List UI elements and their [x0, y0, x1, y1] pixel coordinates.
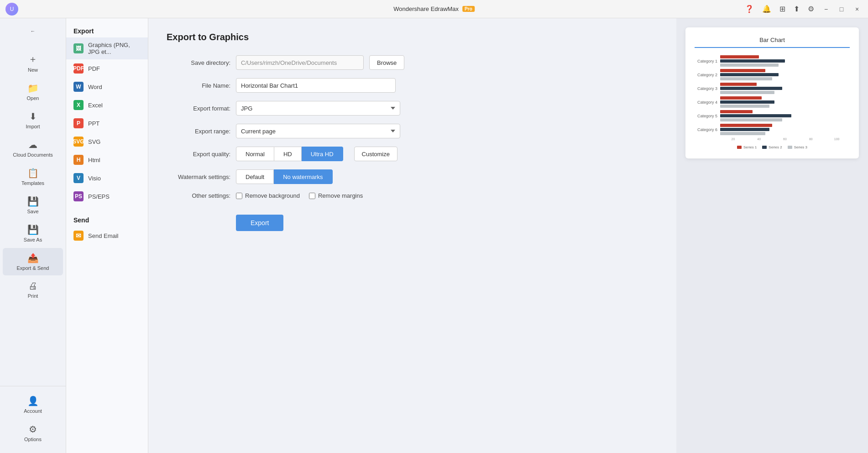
- notification-icon[interactable]: 🔔: [760, 3, 773, 15]
- checkbox-remove-background[interactable]: Remove background: [236, 192, 300, 199]
- sidebar-item-export-send[interactable]: 📤 Export & Send: [3, 248, 63, 275]
- legend-item-3: Series 3: [788, 145, 807, 149]
- checkbox-remove-margins[interactable]: Remove margins: [309, 192, 363, 199]
- sidebar-item-open[interactable]: 📁 Open: [3, 78, 63, 105]
- export-item-word[interactable]: W Word: [66, 78, 148, 96]
- bar-4-1: [720, 96, 762, 100]
- watermark-none-button[interactable]: No watermarks: [274, 169, 332, 184]
- quality-ultrahd-button[interactable]: Ultra HD: [302, 147, 343, 161]
- label-format: Export format:: [167, 105, 230, 112]
- minimize-button[interactable]: −: [821, 4, 831, 15]
- checkbox-remove-background-input[interactable]: [236, 193, 242, 199]
- upload-icon[interactable]: ⬆: [792, 3, 801, 15]
- input-filename[interactable]: [236, 78, 396, 93]
- preview-card: Bar Chart Category 1 Category 2: [685, 27, 859, 158]
- sidebar-item-save-as[interactable]: 💾 Save As: [3, 220, 63, 247]
- open-icon: 📁: [27, 83, 39, 94]
- send-section-title: Send: [66, 213, 148, 226]
- bar-5-2: [720, 114, 791, 117]
- sidebar-item-label-export-send: Export & Send: [17, 265, 49, 271]
- sidebar-item-templates[interactable]: 📋 Templates: [3, 163, 63, 190]
- export-item-svg[interactable]: SVG SVG: [66, 132, 148, 151]
- sidebar-bottom: 👤 Account ⚙ Options: [0, 386, 66, 453]
- chart-bars-2: [720, 69, 850, 80]
- bar-6-1: [720, 124, 772, 127]
- export-button[interactable]: Export: [236, 215, 283, 231]
- sidebar-item-cloud[interactable]: ☁ Cloud Documents: [3, 135, 63, 162]
- chart-row-5: Category 5: [695, 110, 850, 121]
- select-format[interactable]: JPG PNG BMP SVG: [236, 101, 400, 116]
- export-item-send-email[interactable]: ✉ Send Email: [66, 226, 148, 245]
- legend-label-3: Series 3: [794, 145, 807, 149]
- chart-label-3: Category 3: [695, 86, 717, 91]
- legend-item-1: Series 1: [737, 145, 757, 149]
- pdf-icon: PDF: [73, 63, 84, 74]
- sidebar-item-new[interactable]: ＋ New: [3, 48, 63, 77]
- customize-button[interactable]: Customize: [354, 147, 397, 161]
- x-tick-4: 80: [798, 137, 824, 141]
- title-bar: U Wondershare EdrawMax Pro ❓ 🔔 ⊞ ⬆ ⚙ − □…: [0, 0, 868, 18]
- settings-icon[interactable]: ⚙: [806, 3, 816, 15]
- export-item-pseps[interactable]: PS PS/EPS: [66, 187, 148, 205]
- x-tick-5: 100: [824, 137, 850, 141]
- export-item-pdf[interactable]: PDF PDF: [66, 59, 148, 78]
- x-tick-1: 20: [720, 137, 746, 141]
- quality-normal-button[interactable]: Normal: [236, 147, 274, 161]
- select-range[interactable]: Current page All pages Selected objects: [236, 124, 400, 138]
- legend-color-1: [737, 146, 742, 149]
- sidebar-item-label-cloud: Cloud Documents: [13, 152, 52, 158]
- save-as-icon: 💾: [27, 224, 39, 235]
- chart-x-axis: 20 40 60 80 100: [720, 137, 850, 141]
- sidebar-item-label-options: Options: [24, 437, 42, 442]
- close-button[interactable]: ×: [852, 4, 863, 15]
- chart-container: Category 1 Category 2: [695, 55, 850, 149]
- toolbar-icons: ❓ 🔔 ⊞ ⬆ ⚙ − □ ×: [743, 3, 863, 15]
- maximize-button[interactable]: □: [836, 4, 847, 15]
- checkbox-remove-margins-input[interactable]: [309, 193, 315, 199]
- sidebar-item-options[interactable]: ⚙ Options: [3, 419, 63, 447]
- quality-hd-button[interactable]: HD: [274, 147, 302, 161]
- export-item-graphics[interactable]: 🖼 Graphics (PNG, JPG et...: [66, 37, 148, 59]
- legend-label-2: Series 2: [769, 145, 782, 149]
- options-icon: ⚙: [29, 424, 37, 435]
- pseps-icon: PS: [73, 191, 84, 201]
- chart-label-1: Category 1: [695, 59, 717, 63]
- browse-button[interactable]: Browse: [369, 55, 404, 70]
- legend-color-3: [788, 146, 792, 149]
- checkbox-group: Remove background Remove margins: [236, 192, 363, 199]
- form-row-filename: File Name:: [167, 78, 658, 93]
- graphics-icon-text: 🖼: [76, 45, 81, 52]
- bar-6-3: [720, 132, 765, 135]
- new-icon: ＋: [28, 53, 37, 65]
- sidebar-item-import[interactable]: ⬇ Import: [3, 106, 63, 134]
- sidebar-item-label-new: New: [28, 67, 38, 73]
- export-item-label-html: Html: [88, 157, 100, 163]
- label-directory: Save directory:: [167, 59, 230, 66]
- chart-row-1: Category 1: [695, 55, 850, 67]
- sidebar-item-account[interactable]: 👤 Account: [3, 391, 63, 418]
- grid-icon[interactable]: ⊞: [778, 3, 787, 15]
- avatar: U: [5, 3, 18, 16]
- input-directory[interactable]: [236, 55, 364, 70]
- label-range: Export range:: [167, 128, 230, 135]
- send-section: Send ✉ Send Email: [66, 213, 148, 245]
- sidebar-item-print[interactable]: 🖨 Print: [3, 276, 63, 303]
- word-icon: W: [73, 82, 84, 92]
- export-item-excel[interactable]: X Excel: [66, 96, 148, 114]
- export-item-html[interactable]: H Html: [66, 151, 148, 169]
- sidebar-item-save[interactable]: 💾 Save: [3, 191, 63, 219]
- export-item-visio[interactable]: V Visio: [66, 169, 148, 187]
- back-icon: ←: [31, 28, 36, 34]
- sidebar-nav: ＋ New 📁 Open ⬇ Import ☁ Cloud Documents …: [0, 44, 66, 386]
- back-button[interactable]: ←: [6, 24, 59, 38]
- watermark-default-button[interactable]: Default: [236, 169, 274, 184]
- save-icon: 💾: [27, 196, 39, 207]
- help-icon[interactable]: ❓: [743, 3, 756, 15]
- export-icon: 📤: [27, 253, 39, 263]
- export-item-ppt[interactable]: P PPT: [66, 114, 148, 132]
- preview-chart-title: Bar Chart: [695, 37, 850, 48]
- label-filename: File Name:: [167, 82, 230, 89]
- cloud-icon: ☁: [28, 139, 37, 150]
- chart-bars-5: [720, 110, 850, 121]
- export-form-title: Export to Graphics: [167, 32, 658, 42]
